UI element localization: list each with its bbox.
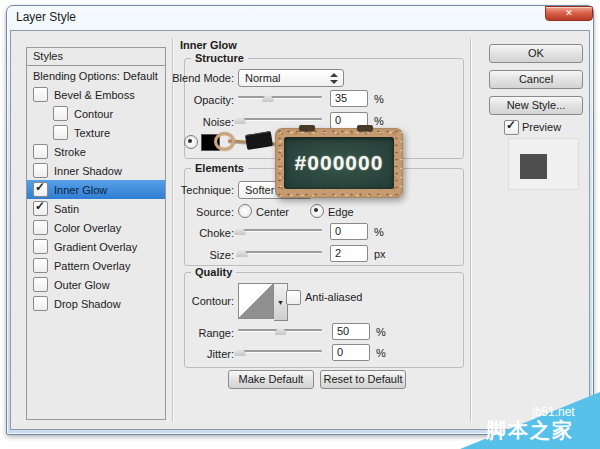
size-label: Size: xyxy=(150,249,234,261)
contour-label: Contour: xyxy=(150,295,234,307)
blend-mode-label: Blend Mode: xyxy=(150,72,234,84)
preview-swatch xyxy=(520,154,547,179)
new-style-button[interactable]: New Style... xyxy=(489,96,583,115)
slider-thumb-icon[interactable] xyxy=(275,326,286,335)
checkbox-icon[interactable] xyxy=(33,144,48,159)
preview-checkbox[interactable]: ✓ xyxy=(504,120,519,135)
checkbox-icon[interactable] xyxy=(33,87,48,102)
styles-list-header: Styles xyxy=(27,48,165,66)
antialiased-label: Anti-aliased xyxy=(305,291,362,303)
sidebar-item-label: Texture xyxy=(74,127,110,139)
screenshot-stage: Layer Style ✕ Styles Blending Options: D… xyxy=(0,0,600,449)
technique-label: Technique: xyxy=(150,184,234,196)
cancel-button[interactable]: Cancel xyxy=(489,70,583,89)
sidebar-item-label: Stroke xyxy=(54,146,86,158)
sidebar-item-inner-shadow[interactable]: Inner Shadow xyxy=(27,161,165,180)
sidebar-item-inner-glow[interactable]: ✓ Inner Glow xyxy=(27,180,165,199)
antialiased-checkbox[interactable] xyxy=(286,290,301,305)
ok-button[interactable]: OK xyxy=(489,44,583,63)
checkbox-icon[interactable]: ✓ xyxy=(33,201,48,216)
structure-legend: Structure xyxy=(191,52,248,64)
size-input[interactable]: 2 xyxy=(330,245,368,262)
sidebar-item-outer-glow[interactable]: Outer Glow xyxy=(27,275,165,294)
source-edge-radio[interactable] xyxy=(310,204,324,218)
sidebar-item-color-overlay[interactable]: Color Overlay xyxy=(27,218,165,237)
sidebar-item-pattern-overlay[interactable]: Pattern Overlay xyxy=(27,256,165,275)
make-default-button[interactable]: Make Default xyxy=(228,370,314,389)
checkbox-icon[interactable] xyxy=(33,277,48,292)
source-label: Source: xyxy=(150,206,234,218)
tag-hinge-icon xyxy=(299,125,315,131)
opacity-slider[interactable] xyxy=(238,91,322,102)
sidebar-item-label: Outer Glow xyxy=(54,279,110,291)
slider-thumb-icon[interactable] xyxy=(236,248,247,257)
sidebar-item-label: Contour xyxy=(74,108,113,120)
sidebar-item-label: Blending Options: Default xyxy=(33,70,158,82)
noise-slider[interactable] xyxy=(238,113,322,124)
source-center-label: Center xyxy=(256,206,289,218)
opacity-unit: % xyxy=(374,93,384,105)
close-icon: ✕ xyxy=(565,8,573,18)
noise-label: Noise: xyxy=(150,116,234,128)
checkbox-icon[interactable] xyxy=(53,125,68,140)
close-button[interactable]: ✕ xyxy=(545,6,593,21)
source-center-radio[interactable] xyxy=(238,204,252,218)
checkbox-icon[interactable] xyxy=(33,163,48,178)
blend-mode-select[interactable]: Normal xyxy=(238,69,344,87)
range-label: Range: xyxy=(150,327,234,339)
slider-thumb-icon[interactable] xyxy=(262,93,273,102)
opacity-input[interactable]: 35 xyxy=(330,90,368,107)
sidebar-item-label: Inner Shadow xyxy=(54,165,122,177)
checkbox-icon[interactable] xyxy=(53,106,68,121)
choke-slider[interactable] xyxy=(238,224,322,235)
size-slider[interactable] xyxy=(238,246,322,257)
color-tag-overlay: #000000 xyxy=(275,128,403,198)
sidebar-item-drop-shadow[interactable]: Drop Shadow xyxy=(27,294,165,313)
contour-picker[interactable]: ▼ xyxy=(238,283,288,321)
choke-unit: % xyxy=(374,226,384,238)
jitter-slider[interactable] xyxy=(238,345,322,356)
sidebar-item-label: Bevel & Emboss xyxy=(54,89,135,101)
checkbox-icon[interactable]: ✓ xyxy=(33,182,48,197)
sidebar-item-bevel-emboss[interactable]: Bevel & Emboss xyxy=(27,85,165,104)
jitter-input[interactable]: 0 xyxy=(332,344,370,361)
size-unit: px xyxy=(374,248,386,260)
tag-string-loop-icon xyxy=(214,132,235,151)
sidebar-item-satin[interactable]: ✓ Satin xyxy=(27,199,165,218)
noise-unit: % xyxy=(374,115,384,127)
jitter-unit: % xyxy=(376,347,386,359)
jitter-label: Jitter: xyxy=(150,348,234,360)
checkbox-icon[interactable] xyxy=(33,296,48,311)
range-unit: % xyxy=(376,326,386,338)
sidebar-item-gradient-overlay[interactable]: Gradient Overlay xyxy=(27,237,165,256)
checkbox-icon[interactable] xyxy=(33,258,48,273)
reset-to-default-button[interactable]: Reset to Default xyxy=(320,370,406,389)
checkbox-icon[interactable] xyxy=(33,239,48,254)
range-input[interactable]: 50 xyxy=(332,323,370,340)
sidebar-item-texture[interactable]: Texture xyxy=(27,123,165,142)
sidebar-item-stroke[interactable]: Stroke xyxy=(27,142,165,161)
sidebar-item-label: Pattern Overlay xyxy=(54,260,130,272)
sidebar-item-label: Gradient Overlay xyxy=(54,241,137,253)
quality-legend: Quality xyxy=(191,266,236,278)
source-edge-label: Edge xyxy=(328,206,354,218)
choke-input[interactable]: 0 xyxy=(330,223,368,240)
color-hex-value: #000000 xyxy=(295,151,384,175)
sidebar-item-contour[interactable]: Contour xyxy=(27,104,165,123)
effect-title: Inner Glow xyxy=(180,39,237,51)
choke-label: Choke: xyxy=(150,227,234,239)
preview-label: Preview xyxy=(522,121,561,133)
checkbox-icon[interactable] xyxy=(33,220,48,235)
contour-thumbnail[interactable] xyxy=(238,283,274,319)
divider-right xyxy=(470,38,471,422)
sidebar-item-label: Satin xyxy=(54,203,79,215)
sidebar-item-label: Color Overlay xyxy=(54,222,121,234)
sidebar-item-blending-options[interactable]: Blending Options: Default xyxy=(27,66,165,85)
opacity-label: Opacity: xyxy=(150,94,234,106)
range-slider[interactable] xyxy=(238,324,322,335)
styles-list: Styles Blending Options: Default Bevel &… xyxy=(26,47,166,420)
glow-color-radio[interactable] xyxy=(184,135,198,149)
watermark-site-name: 脚本之家 xyxy=(486,417,574,444)
dialog-title: Layer Style xyxy=(16,10,76,24)
tag-hinge-icon xyxy=(357,125,373,131)
